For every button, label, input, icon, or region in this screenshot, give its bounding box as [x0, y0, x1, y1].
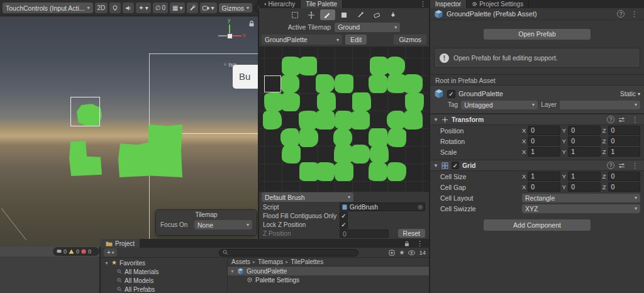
- hidden-objects-toggle[interactable]: ∅ 0: [153, 3, 168, 13]
- cell-size-x-field[interactable]: 1: [528, 172, 560, 181]
- palette-tile[interactable]: [387, 111, 406, 130]
- component-menu-icon[interactable]: ⋮: [629, 116, 641, 124]
- gameobject-name-field[interactable]: GroundPalette: [458, 90, 617, 97]
- breadcrumb-tilemaps[interactable]: Tilemaps: [258, 258, 283, 265]
- touch-controls-dropdown[interactable]: TouchControls (Input Acti... ▾: [3, 3, 93, 13]
- palette-gizmos-button[interactable]: Gizmos: [394, 35, 426, 45]
- gizmo-lock-icon[interactable]: [248, 20, 255, 27]
- lock-z-checkbox[interactable]: ✓: [340, 221, 348, 229]
- asset-row-groundpalette[interactable]: ▼ GroundPalette: [228, 267, 429, 275]
- tab-project[interactable]: Project: [101, 239, 140, 248]
- palette-tile[interactable]: [387, 128, 406, 147]
- favorites-all-prefabs[interactable]: All Prefabs: [101, 285, 227, 293]
- camera-dropdown[interactable]: ▾: [200, 3, 216, 13]
- tab-project-settings[interactable]: Project Settings: [467, 0, 529, 8]
- open-prefab-button[interactable]: Open Prefab: [484, 29, 591, 40]
- palette-tile[interactable]: [298, 57, 317, 75]
- palette-tile[interactable]: [280, 74, 299, 93]
- focus-on-dropdown[interactable]: None ▾: [194, 220, 252, 229]
- audio-toggle[interactable]: [123, 3, 134, 13]
- brush-dropdown[interactable]: Default Brush ▾: [262, 192, 353, 202]
- help-icon[interactable]: ?: [617, 10, 625, 18]
- cell-gap-z-field[interactable]: 0: [608, 182, 641, 192]
- foldout-icon[interactable]: ▼: [230, 269, 235, 274]
- palette-tile[interactable]: [316, 111, 335, 130]
- grid-enabled-checkbox[interactable]: ✓: [452, 162, 459, 169]
- scene-viewport[interactable]: y x ≡ Iso Bu Tilemap Focus On: [0, 16, 258, 246]
- favorites-all-models[interactable]: All Models: [101, 276, 227, 285]
- cell-layout-dropdown[interactable]: Rectangle ▾: [522, 194, 640, 202]
- search-by-type-icon[interactable]: [389, 250, 395, 256]
- rotation-z-field[interactable]: 0: [608, 136, 641, 146]
- tools-button[interactable]: [187, 3, 198, 13]
- palette-tile[interactable]: [334, 145, 353, 163]
- foldout-icon[interactable]: ▼: [433, 163, 438, 169]
- breadcrumb-assets[interactable]: Assets: [231, 258, 250, 265]
- reset-button[interactable]: Reset: [398, 229, 425, 238]
- scale-y-field[interactable]: 1: [568, 147, 601, 157]
- cell-size-z-field[interactable]: 0: [608, 172, 641, 181]
- palette-tile[interactable]: [404, 111, 423, 130]
- presets-icon[interactable]: [618, 163, 625, 169]
- palette-tile[interactable]: [263, 111, 282, 130]
- palette-tile[interactable]: [299, 162, 318, 181]
- picker-tool-button[interactable]: [353, 9, 368, 20]
- select-tool-button[interactable]: [287, 9, 303, 20]
- palette-tile[interactable]: [299, 111, 318, 130]
- 2d-mode-toggle[interactable]: 2D: [95, 3, 108, 13]
- palette-tile[interactable]: [351, 111, 370, 130]
- palette-tile[interactable]: [335, 162, 353, 181]
- palette-select-dropdown[interactable]: GroundPalette ▾: [262, 35, 342, 45]
- palette-tile[interactable]: [387, 74, 406, 93]
- gizmos-dropdown[interactable]: Gizmos ▾: [219, 3, 253, 13]
- paint-brush-tool-button[interactable]: [320, 9, 335, 20]
- grid-component-header[interactable]: ▼ ✓ Grid ? ⋮: [430, 160, 644, 171]
- rotation-x-field[interactable]: 0: [528, 136, 560, 146]
- palette-tile[interactable]: [369, 162, 387, 181]
- palette-tile[interactable]: [281, 92, 300, 111]
- grid-visibility-dropdown[interactable]: ▦ ▾: [170, 3, 185, 13]
- help-icon[interactable]: ?: [607, 162, 614, 169]
- presets-icon[interactable]: [618, 117, 625, 123]
- transform-component-header[interactable]: ▼ Transform ? ⋮: [430, 114, 644, 125]
- gameobject-active-checkbox[interactable]: ✓: [447, 90, 455, 98]
- add-component-button[interactable]: Add Component: [484, 219, 591, 231]
- position-x-field[interactable]: 0: [528, 126, 560, 135]
- z-position-field[interactable]: 0: [340, 229, 389, 238]
- palette-tile[interactable]: [370, 145, 389, 163]
- cell-swizzle-dropdown[interactable]: XYZ ▾: [522, 204, 640, 213]
- palette-tile[interactable]: [316, 162, 335, 181]
- palette-tile[interactable]: [335, 74, 353, 93]
- search-by-label-icon[interactable]: ★: [399, 250, 404, 256]
- position-y-field[interactable]: 0: [568, 126, 601, 135]
- breadcrumb-tilepalettes[interactable]: TilePalettes: [291, 258, 323, 265]
- scene-ui-button[interactable]: Bu: [233, 65, 258, 89]
- favorites-all-materials[interactable]: All Materials: [101, 267, 227, 276]
- cell-size-y-field[interactable]: 1: [568, 172, 601, 181]
- scale-x-field[interactable]: 1: [528, 147, 560, 157]
- inspector-menu-icon[interactable]: ⋮: [628, 10, 640, 18]
- tab-hierarchy[interactable]: ▾ Hierarchy: [259, 0, 301, 8]
- lighting-toggle[interactable]: [109, 3, 121, 13]
- cell-gap-x-field[interactable]: 0: [528, 182, 560, 192]
- help-icon[interactable]: ?: [607, 116, 614, 123]
- move-tool-button[interactable]: [304, 9, 319, 20]
- static-dropdown[interactable]: Static ▾: [620, 91, 640, 97]
- gizmo-center-cube[interactable]: [227, 33, 233, 39]
- box-fill-tool-button[interactable]: [336, 9, 352, 20]
- eraser-tool-button[interactable]: [369, 9, 384, 20]
- y-axis-arrow[interactable]: [229, 25, 230, 33]
- active-tilemap-dropdown[interactable]: Ground ▾: [335, 23, 400, 32]
- palette-tile[interactable]: [317, 92, 336, 111]
- cell-gap-y-field[interactable]: 0: [568, 182, 601, 192]
- palette-tile[interactable]: [351, 145, 370, 163]
- console-status-pill[interactable]: 0 0 0: [53, 247, 99, 256]
- palette-tile[interactable]: [387, 162, 406, 181]
- flood-fill-tool-button[interactable]: [386, 9, 401, 20]
- orientation-gizmo[interactable]: y x: [210, 19, 249, 54]
- tag-dropdown[interactable]: Untagged ▾: [461, 101, 538, 109]
- palette-tile[interactable]: [404, 74, 423, 93]
- x-axis-arrow[interactable]: [233, 35, 242, 36]
- tab-tile-palette[interactable]: Tile Palette: [301, 0, 343, 8]
- project-search-input[interactable]: [219, 249, 358, 257]
